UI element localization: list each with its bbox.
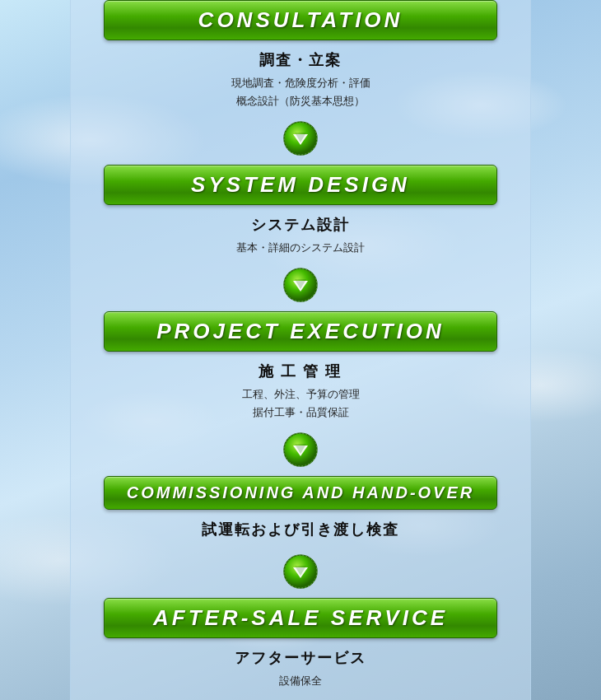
- heading-commissioning: 試運転および引き渡し検査: [202, 520, 399, 539]
- text-system-design: 基本・詳細のシステム設計: [236, 239, 365, 257]
- heading-system-design: システム設計: [236, 215, 365, 235]
- banner-after-sale: AFTER-SALE SERVICE: [104, 598, 497, 638]
- text-consultation: 現地調査・危険度分析・評価概念設計（防災基本思想）: [231, 74, 370, 110]
- section-system-design: SYSTEM DESIGNシステム設計基本・詳細のシステム設計: [104, 165, 497, 311]
- banner-system-design: SYSTEM DESIGN: [104, 165, 497, 205]
- arrow-down-consultation: [282, 120, 319, 156]
- banner-title-system-design: SYSTEM DESIGN: [121, 172, 480, 198]
- heading-consultation: 調査・立案: [231, 50, 370, 70]
- section-project-execution: PROJECT EXECUTION施 工 管 理工程、外注、予算の管理据付工事・…: [104, 311, 497, 476]
- content-commissioning: 試運転および引き渡し検査: [202, 510, 399, 550]
- arrow-down-project-execution: [282, 432, 319, 468]
- content-after-sale: アフターサービス設備保全: [235, 638, 366, 697]
- arrow-down-commissioning: [282, 553, 319, 590]
- banner-title-after-sale: AFTER-SALE SERVICE: [121, 605, 480, 631]
- content-system-design: システム設計基本・詳細のシステム設計: [236, 205, 365, 264]
- section-consultation: CONSULTATION調査・立案現地調査・危険度分析・評価概念設計（防災基本思…: [104, 0, 497, 165]
- content-project-execution: 施 工 管 理工程、外注、予算の管理据付工事・品質保証: [242, 352, 360, 428]
- arrow-down-system-design: [282, 267, 319, 303]
- background: CONSULTATION調査・立案現地調査・危険度分析・評価概念設計（防災基本思…: [0, 0, 601, 700]
- banner-project-execution: PROJECT EXECUTION: [104, 311, 497, 352]
- content-consultation: 調査・立案現地調査・危険度分析・評価概念設計（防災基本思想）: [231, 40, 370, 117]
- main-card: CONSULTATION調査・立案現地調査・危険度分析・評価概念設計（防災基本思…: [70, 0, 531, 700]
- section-commissioning: COMMISSIONING AND HAND-OVER試運転および引き渡し検査: [104, 476, 497, 598]
- banner-title-consultation: CONSULTATION: [121, 7, 480, 33]
- text-after-sale: 設備保全: [235, 672, 366, 690]
- banner-title-commissioning: COMMISSIONING AND HAND-OVER: [121, 483, 480, 502]
- section-after-sale: AFTER-SALE SERVICEアフターサービス設備保全: [104, 598, 497, 697]
- text-project-execution: 工程、外注、予算の管理据付工事・品質保証: [242, 385, 360, 422]
- banner-title-project-execution: PROJECT EXECUTION: [121, 319, 480, 344]
- heading-project-execution: 施 工 管 理: [242, 362, 360, 381]
- banner-consultation: CONSULTATION: [104, 0, 497, 40]
- banner-commissioning: COMMISSIONING AND HAND-OVER: [104, 476, 497, 510]
- heading-after-sale: アフターサービス: [235, 648, 366, 668]
